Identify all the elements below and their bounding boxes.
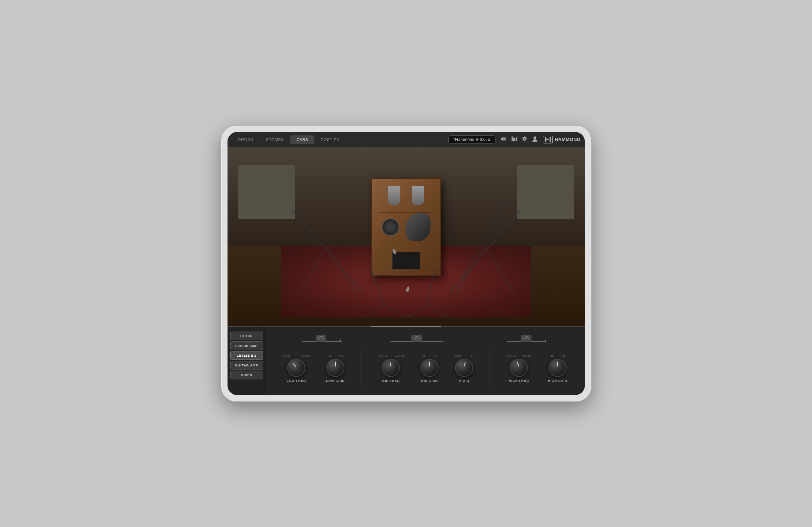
gear-icon[interactable]	[522, 136, 528, 143]
high-gain-label: HIGH GAIN	[548, 379, 567, 383]
preset-name-text: *Hammond B-3X	[454, 137, 485, 142]
high-gain-knob[interactable]	[549, 359, 567, 377]
tablet-frame: ORGAN STOMPS CABS POST FX *Hammond B-3X …	[221, 126, 591, 401]
horn-right	[412, 186, 424, 205]
svg-point-4	[534, 136, 536, 139]
low-freq-min: 20 Hz	[283, 354, 290, 357]
scroll-indicator	[228, 326, 585, 327]
svg-rect-2	[514, 138, 515, 141]
setup-button[interactable]: SETUP	[230, 332, 263, 340]
bars-icon[interactable]	[512, 136, 517, 142]
mid-q-label: MID Q	[459, 379, 469, 383]
low-gain-min: -15	[328, 354, 332, 357]
mid-gain-max: +15	[432, 354, 437, 357]
low-gain-knob[interactable]	[326, 359, 344, 377]
high-freq-max: 18 kHz	[523, 354, 531, 357]
mid-gain-min: -15	[422, 354, 426, 357]
mid-q-min: 0.10	[455, 354, 461, 357]
mid-freq-knob[interactable]	[382, 359, 400, 377]
mid-gain-label: MID GAIN	[421, 379, 438, 383]
nav-icons	[501, 136, 537, 143]
svg-rect-1	[513, 138, 514, 141]
divider-2	[490, 349, 490, 387]
mid-gain-knob[interactable]	[420, 359, 439, 377]
mid-freq-min: 100 Hz	[378, 354, 387, 357]
tab-organ[interactable]: ORGAN	[232, 135, 260, 144]
tablet-screen: ORGAN STOMPS CABS POST FX *Hammond B-3X …	[228, 132, 585, 395]
mid-q-max: 5	[471, 354, 472, 357]
svg-rect-6	[545, 139, 549, 140]
low-gain-label: LOW GAIN	[326, 379, 345, 383]
leslie-amp-button[interactable]: LESLIE AMP	[230, 341, 263, 350]
cabinet-top-section	[379, 179, 433, 213]
tab-postfx[interactable]: POST FX	[314, 135, 345, 144]
mid-gain-knob-group: -15 +15 MID GAIN	[420, 354, 439, 383]
low-freq-label: LOW FREQ	[286, 379, 306, 383]
leslie-eq-button[interactable]: LESLIE EQ	[230, 351, 263, 360]
high-gain-knob-group: -15 +15 HIGH GAIN	[548, 354, 567, 383]
preset-name-display[interactable]: *Hammond B-3X ≡	[448, 135, 496, 144]
tab-cabs[interactable]: CABS	[290, 135, 314, 144]
svg-rect-0	[512, 136, 513, 141]
sidebar-buttons: SETUP LESLIE AMP LESLIE EQ GUITAR AMP MI…	[228, 327, 266, 395]
speaker-drum	[382, 218, 399, 236]
cabinet-bottom-section	[375, 246, 437, 275]
high-freq-knob[interactable]	[510, 359, 528, 377]
low-gain-max: +15	[338, 354, 343, 357]
low-freq-knob[interactable]	[287, 359, 305, 377]
svg-rect-3	[516, 137, 517, 141]
low-freq-max: 400 Hz	[301, 354, 310, 357]
horn-left	[388, 186, 400, 205]
cabinet-base-unit	[392, 252, 420, 269]
cabinet-mid-section	[375, 213, 437, 242]
low-eq-bracket	[302, 335, 344, 342]
hammond-logo-box	[543, 136, 553, 143]
mid-freq-label: MID FREQ	[382, 379, 400, 383]
high-gain-min: -15	[550, 354, 554, 357]
high-eq-bracket	[507, 335, 549, 342]
mid-freq-knob-group: 100 Hz 15 kHz MID FREQ	[378, 354, 404, 383]
low-gain-knob-group: -15 +15 LOW GAIN	[326, 354, 345, 383]
studio-image-area	[228, 147, 585, 326]
tab-stomps[interactable]: STOMPS	[260, 135, 290, 144]
high-freq-min: 1.5 kHz	[506, 354, 516, 357]
eq-controls: 20 Hz 400 Hz LOW FREQ -15 +15	[266, 327, 585, 395]
scroll-thumb	[371, 326, 441, 327]
woofer-cone	[406, 213, 431, 241]
high-freq-label: HIGH FREQ	[509, 379, 529, 383]
high-freq-knob-group: 1.5 kHz 18 kHz HIGH FREQ	[506, 354, 531, 383]
high-gain-max: +15	[561, 354, 566, 357]
mid-q-knob-group: 0.10 5 MID Q	[455, 354, 473, 383]
wall-panel-left	[238, 165, 295, 219]
preset-selector: *Hammond B-3X ≡	[448, 135, 496, 144]
mid-q-knob[interactable]	[455, 359, 473, 377]
leslie-cabinet	[371, 178, 441, 276]
studio-background	[228, 147, 585, 326]
low-freq-knob-group: 20 Hz 400 Hz LOW FREQ	[283, 354, 310, 383]
hammond-logo: HAMMOND	[543, 136, 581, 143]
controls-area: SETUP LESLIE AMP LESLIE EQ GUITAR AMP MI…	[228, 327, 585, 395]
wall-panel-right	[517, 165, 574, 219]
mixer-button[interactable]: MIXER	[230, 371, 263, 379]
preset-menu-icon[interactable]: ≡	[488, 137, 490, 142]
mid-freq-max: 15 kHz	[395, 354, 404, 357]
speaker-icon[interactable]	[501, 136, 507, 142]
mid-eq-bracket	[390, 335, 460, 342]
hammond-brand-text: HAMMOND	[555, 137, 581, 142]
divider-1	[361, 349, 362, 387]
nav-bar: ORGAN STOMPS CABS POST FX *Hammond B-3X …	[228, 132, 585, 147]
user-icon[interactable]	[532, 136, 537, 143]
guitar-amp-button[interactable]: GUITAR AMP	[230, 361, 263, 370]
svg-rect-7	[550, 137, 551, 142]
